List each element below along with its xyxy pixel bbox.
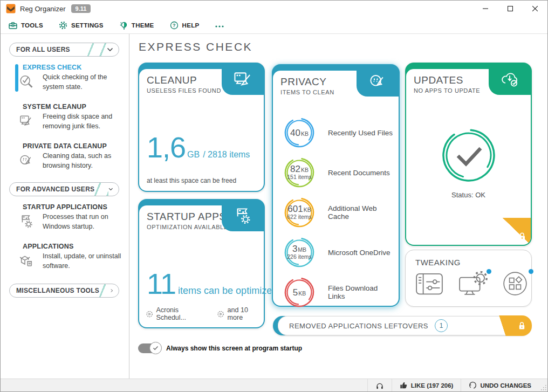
cleanup-card[interactable]: CLEANUP USELESS FILES FOUND 1,6GB/ 2818 … xyxy=(138,63,265,192)
tweaking-card[interactable]: TWEAKING xyxy=(405,250,532,307)
headphones-icon xyxy=(375,381,384,390)
privacy-item-files-download-links[interactable]: 5KB Files Download Links xyxy=(284,272,394,312)
shapes-circle-icon xyxy=(501,270,530,297)
main-content: EXPRESS CHECK CLEANUP USELESS xyxy=(129,34,547,379)
undo-changes-button[interactable]: UNDO CHANGES xyxy=(461,379,539,391)
sidebar-item-desc: Install, update, or uninstall software. xyxy=(43,252,124,271)
undo-label: UNDO CHANGES xyxy=(480,382,531,389)
sidebar-item-system-cleanup[interactable]: SYSTEM CLEANUP Freeing disk space and re… xyxy=(1,103,129,135)
group-for-advanced-users[interactable]: FOR ADVANCED USERS xyxy=(9,182,119,196)
updates-card[interactable]: UPDATES NO APPS TO UPDATE Status: OK xyxy=(405,63,532,246)
premium-lock-cap xyxy=(485,315,532,336)
cleanup-value: 1,6GB/ 2818 items xyxy=(147,133,250,162)
status-bar: LIKE (197 206) UNDO CHANGES xyxy=(1,379,547,391)
box-trash-icon xyxy=(19,253,34,268)
sidebar-item-private-data-cleanup[interactable]: PRIVATE DATA CLEANUP Cleaning data, such… xyxy=(1,142,129,175)
notification-dot xyxy=(529,269,533,274)
app-logo-icon xyxy=(6,4,16,13)
page-title: EXPRESS CHECK xyxy=(139,40,252,53)
card-title: TWEAKING xyxy=(415,258,531,267)
menu-help-label: HELP xyxy=(182,22,200,29)
status-ok-check-icon xyxy=(441,127,497,183)
privacy-item-label: Microsoft OneDrive xyxy=(328,249,391,257)
toggle-label: Always show this screen at program start… xyxy=(166,345,302,352)
panel-sliders-icon xyxy=(414,270,444,297)
menu-help[interactable]: ? HELP xyxy=(169,20,200,30)
lightbulb-icon xyxy=(119,20,128,30)
always-show-toggle[interactable] xyxy=(138,343,160,353)
startup-screen-toggle-row: Always show this screen at program start… xyxy=(138,343,302,353)
sidebar-item-express-check[interactable]: EXPRESS CHECK Quick checking of the syst… xyxy=(1,64,129,96)
sidebar-item-desc: Cleaning data, such as browsing history. xyxy=(43,152,124,170)
lock-icon xyxy=(518,232,526,241)
tweak-apps-button[interactable] xyxy=(501,270,530,297)
startup-tab xyxy=(222,200,264,231)
privacy-card[interactable]: PRIVACY ITEMS TO CLEAN 40KB Recen xyxy=(272,64,400,307)
check-icon xyxy=(153,346,159,350)
minimize-icon xyxy=(483,6,488,11)
toggle-knob xyxy=(149,342,162,354)
selection-bar xyxy=(15,64,18,92)
cleanup-tab xyxy=(222,64,264,95)
startup-entry[interactable]: Acronis Schedul... xyxy=(146,306,208,321)
gear-icon xyxy=(58,20,68,30)
sidebar-item-desc: Freeing disk space and removing junk fil… xyxy=(43,112,124,131)
size-ring: 3MB226 items xyxy=(284,237,315,268)
chevron-right-icon xyxy=(111,287,113,294)
group-label: FOR ALL USERS xyxy=(16,46,70,53)
maximize-button[interactable] xyxy=(498,1,523,17)
gear-play-icon xyxy=(146,310,153,318)
menu-settings[interactable]: SETTINGS xyxy=(58,20,104,30)
sidebar-item-applications[interactable]: APPLICATIONS Install, update, or uninsta… xyxy=(1,243,129,275)
updates-tab xyxy=(489,64,531,95)
svg-text:?: ? xyxy=(173,23,176,28)
tweak-system-button[interactable] xyxy=(457,270,488,297)
removed-apps-leftovers-bar[interactable]: REMOVED APPLICATIONS LEFTOVERS 1 xyxy=(273,316,531,335)
privacy-item-label: Files Download Links xyxy=(328,284,394,300)
privacy-tab xyxy=(357,65,399,97)
group-for-all-users[interactable]: FOR ALL USERS xyxy=(9,43,119,57)
privacy-item-microsoft-onedrive[interactable]: 3MB226 items Microsoft OneDrive xyxy=(284,232,394,272)
privacy-item-recently-used-files[interactable]: 40KB Recently Used Files xyxy=(284,113,394,153)
startup-more[interactable]: and 10 more xyxy=(217,306,264,321)
privacy-item-recent-documents[interactable]: 82KB151 items Recent Documents xyxy=(284,153,394,192)
chevron-down-icon xyxy=(107,47,113,52)
startup-apps-card[interactable]: STARTUP APPS OPTIMIZATION AVAILABLE 11it… xyxy=(138,199,265,328)
sidebar: FOR ALL USERS EXPRESS CHECK Quick checki… xyxy=(1,34,129,379)
menu-more[interactable] xyxy=(214,20,225,30)
flag-gear-icon xyxy=(234,207,252,224)
startup-value: 11items can be optimized xyxy=(147,269,277,298)
gear-play-icon xyxy=(217,310,224,318)
size-ring: 5KB xyxy=(284,277,315,308)
support-button[interactable] xyxy=(367,379,392,391)
resize-grip[interactable] xyxy=(541,385,546,390)
premium-lock-corner xyxy=(503,218,531,245)
mask-broom-icon xyxy=(368,72,387,90)
sidebar-item-desc: Processes that run on Windows startup. xyxy=(43,212,124,231)
menu-settings-label: SETTINGS xyxy=(71,22,104,29)
question-icon: ? xyxy=(169,20,179,30)
monitor-gear-icon xyxy=(457,270,488,297)
size-ring: 82KB151 items xyxy=(284,157,315,188)
leftovers-count-badge: 1 xyxy=(435,319,448,332)
updates-status: Status: OK xyxy=(406,191,531,199)
version-badge: 9.11 xyxy=(71,4,91,13)
ellipsis-icon xyxy=(214,20,225,30)
menu-tools[interactable]: TOOLS xyxy=(8,20,43,30)
sidebar-item-title: STARTUP APPLICATIONS xyxy=(23,203,129,211)
menu-theme[interactable]: THEME xyxy=(119,20,154,30)
like-button[interactable]: LIKE (197 206) xyxy=(392,379,461,391)
stripes-decoration xyxy=(87,43,107,57)
sidebar-item-startup-applications[interactable]: STARTUP APPLICATIONS Processes that run … xyxy=(1,203,129,236)
minimize-button[interactable] xyxy=(473,1,498,17)
magnifier-check-icon xyxy=(19,74,34,89)
notification-dot xyxy=(487,269,491,274)
privacy-item-additional-web-cache[interactable]: 601KB622 items Additional Web Cache xyxy=(284,192,394,232)
monitor-broom-icon xyxy=(233,71,252,88)
sidebar-item-title: APPLICATIONS xyxy=(23,243,129,250)
tweak-settings-panel-button[interactable] xyxy=(414,270,444,297)
menu-theme-label: THEME xyxy=(132,22,154,29)
close-button[interactable] xyxy=(523,1,547,17)
close-icon xyxy=(532,6,538,11)
group-miscellaneous-tools[interactable]: MISCELLANEOUS TOOLS xyxy=(9,284,119,298)
